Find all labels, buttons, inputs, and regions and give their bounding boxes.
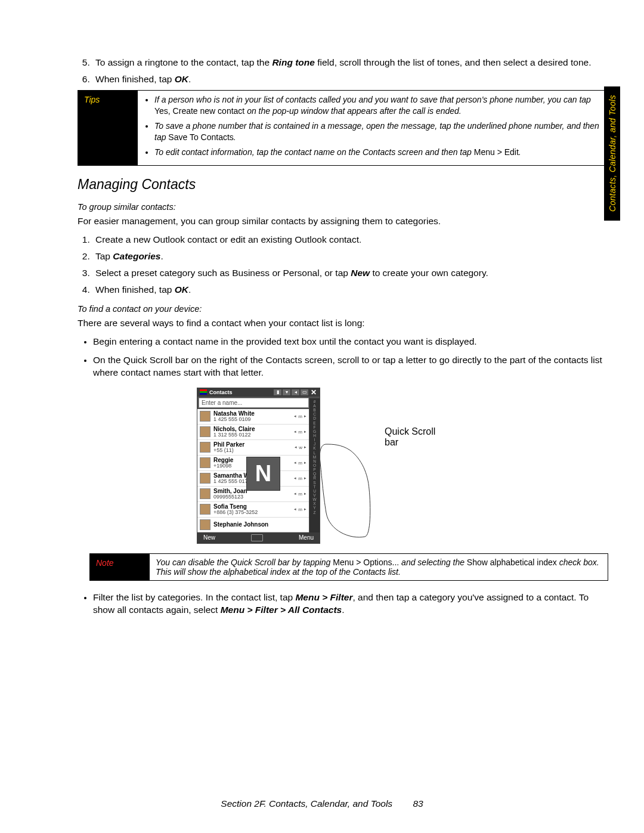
tip-1: If a person who is not in your list of c… <box>154 94 602 117</box>
qs-letter: P <box>309 467 320 472</box>
filter-bullets: Filter the list by categories. In the co… <box>78 592 608 617</box>
avatar <box>200 519 210 530</box>
qs-letter: M <box>309 455 320 459</box>
contact-row: Nichols, Claire1 312 555 0122◂m▸ <box>197 425 309 440</box>
group-steps: Create a new Outlook contact or edit an … <box>78 234 608 296</box>
softkey-new: New <box>203 534 215 541</box>
qs-letter: F <box>309 425 320 429</box>
tips-box: Tips If a person who is not in your list… <box>78 90 608 165</box>
qs-letter: U <box>309 489 320 493</box>
contact-row: Phil Parker+55 (11)◂w▸ <box>197 440 309 456</box>
find-subhead: To find a contact on your device: <box>78 304 608 314</box>
close-icon: ✕ <box>309 389 317 395</box>
qs-letter: G <box>309 429 320 433</box>
tip-2: To save a phone number that is contained… <box>154 120 602 143</box>
tips-label: Tips <box>84 95 100 104</box>
qs-letter: B <box>309 408 320 412</box>
quick-scroll-figure: Contacts ▮ ▾ ◂ ▭ ✕ Enter a name... Natas… <box>197 388 608 544</box>
name-search-input: Enter a name... <box>199 398 309 408</box>
find-bullet-2: On the Quick Scroll bar on the right of … <box>93 354 608 379</box>
managing-contacts-heading: Managing Contacts <box>78 176 608 193</box>
qs-letter: C <box>309 412 320 416</box>
softkey-menu: Menu <box>299 534 314 541</box>
step-6: When finished, tap OK. <box>92 73 608 85</box>
filter-icon: ▾ <box>283 389 290 395</box>
contact-row: Stephanie Johnson <box>197 518 309 532</box>
volume-icon: ◂ <box>292 389 299 395</box>
start-icon <box>200 389 207 395</box>
ringtone-steps: To assign a ringtone to the contact, tap… <box>78 57 608 85</box>
qs-letter: W <box>309 497 320 501</box>
battery-icon: ▭ <box>301 389 308 395</box>
phone-mockup: Contacts ▮ ▾ ◂ ▭ ✕ Enter a name... Natas… <box>197 388 320 544</box>
qs-letter: Z <box>309 510 320 515</box>
signal-icon: ▮ <box>274 389 281 395</box>
phone-title: Contacts <box>209 389 233 395</box>
qs-letter: J <box>309 442 320 446</box>
qs-letter: X <box>309 501 320 506</box>
find-intro: There are several ways to find a contact… <box>78 317 608 330</box>
quick-scroll-bar: #ABCDEFGHIJKLMNOPQRSTUVWXYZ <box>309 398 320 532</box>
note-box: Note You can disable the Quick Scroll ba… <box>89 553 608 581</box>
touch-gesture-illustration <box>314 441 374 543</box>
page: Contacts, Calendar, and Tools To assign … <box>0 0 644 833</box>
group-subhead: To group similar contacts: <box>78 202 608 212</box>
group-step-2: Tap Categories. <box>92 250 608 262</box>
group-intro: For easier management, you can group sim… <box>78 215 608 228</box>
qs-letter: L <box>309 451 320 455</box>
qs-letter: Q <box>309 472 320 476</box>
avatar <box>200 426 210 437</box>
qs-letter: Y <box>309 506 320 510</box>
ringtone-field-label: Ring tone <box>272 57 314 67</box>
quick-scroll-callout: Quick Scroll bar <box>385 426 435 448</box>
qs-letter: I <box>309 438 320 442</box>
contact-row: Natasha White1 425 555 0109◂m▸ <box>197 409 309 425</box>
quick-scroll-popup-letter: N <box>246 457 280 491</box>
qs-letter: R <box>309 476 320 480</box>
page-footer: Section 2F. Contacts, Calendar, and Tool… <box>78 798 566 809</box>
avatar <box>200 457 210 468</box>
find-bullets: Begin entering a contact name in the pro… <box>78 336 608 379</box>
avatar <box>200 473 210 484</box>
qs-letter: O <box>309 463 320 467</box>
qs-letter: T <box>309 485 320 489</box>
qs-letter: S <box>309 481 320 485</box>
find-bullet-1: Begin entering a contact name in the pro… <box>93 336 608 348</box>
footer-page-number: 83 <box>413 798 423 809</box>
phone-softkeys: New Menu <box>197 532 320 543</box>
note-label: Note <box>96 558 114 568</box>
group-step-4: When finished, tap OK. <box>92 284 608 296</box>
side-tab-contacts: Contacts, Calendar, and Tools <box>604 86 620 221</box>
avatar <box>200 442 210 453</box>
qs-letter: V <box>309 493 320 497</box>
group-step-1: Create a new Outlook contact or edit an … <box>92 234 608 246</box>
phone-status-bar: Contacts ▮ ▾ ◂ ▭ ✕ <box>197 388 320 397</box>
qs-letter: H <box>309 433 320 438</box>
footer-section: Section 2F. Contacts, Calendar, and Tool… <box>221 798 392 809</box>
tip-3: To edit contact information, tap the con… <box>154 147 602 158</box>
avatar <box>200 411 210 422</box>
note-text: You can disable the Quick Scroll bar by … <box>156 558 599 577</box>
tips-list: If a person who is not in your list of c… <box>144 94 602 157</box>
contact-row: Sofia Tseng+886 (3) 375-3252◂m▸ <box>197 502 309 518</box>
group-step-3: Select a preset category such as Busines… <box>92 267 608 279</box>
qs-letter: D <box>309 416 320 420</box>
qs-letter: K <box>309 446 320 450</box>
avatar <box>200 504 210 515</box>
step-5: To assign a ringtone to the contact, tap… <box>92 57 608 69</box>
qs-letter: A <box>309 404 320 408</box>
softkey-keyboard-icon <box>251 534 263 541</box>
qs-letter: E <box>309 421 320 425</box>
qs-letter: N <box>309 459 320 463</box>
filter-bullet: Filter the list by categories. In the co… <box>93 592 608 617</box>
avatar <box>200 488 210 499</box>
qs-letter: # <box>309 400 320 404</box>
